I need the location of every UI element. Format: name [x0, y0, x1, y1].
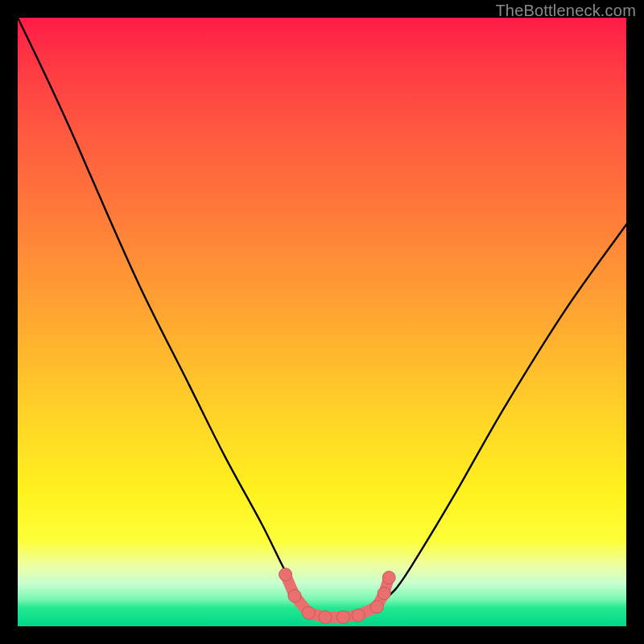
highlight-dot-group — [279, 568, 396, 624]
highlight-dot — [319, 611, 332, 624]
highlight-dot — [279, 568, 292, 581]
highlight-dot — [382, 572, 395, 584]
bottleneck-curve — [18, 18, 631, 618]
curve-layer — [18, 18, 626, 626]
highlight-dot — [370, 601, 383, 613]
highlight-dot — [302, 606, 315, 619]
highlight-dot — [378, 587, 390, 600]
chart-frame: TheBottleneck.com — [0, 0, 644, 644]
highlight-dot — [288, 589, 301, 602]
highlight-dot — [352, 609, 365, 621]
highlight-dot — [336, 611, 349, 624]
plot-area — [18, 18, 626, 626]
watermark-text: TheBottleneck.com — [495, 2, 636, 20]
